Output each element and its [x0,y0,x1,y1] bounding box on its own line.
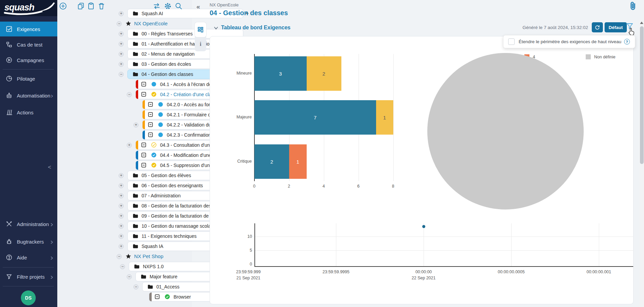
default-button[interactable]: Défaut [605,22,627,32]
tree-expander-plus-icon[interactable]: + [119,31,124,36]
chevron-right-icon [50,222,54,226]
tree-expander-plus-icon[interactable]: + [119,193,124,198]
avatar[interactable]: DS [21,290,36,305]
sidebar-item-exigences[interactable]: Exigences [0,22,57,36]
bar-segment[interactable]: 1 [289,144,307,179]
sidebar-item-cas-de-test[interactable]: Cas de test [0,37,57,52]
transfer-icon[interactable] [153,2,161,10]
tree-expander-plus-icon[interactable]: + [119,203,124,208]
tree-folder-label[interactable]: 06 - Gestion des enseignants [142,180,203,191]
tree-expander-plus-icon[interactable]: + [119,11,124,16]
tree-expander-plus-icon[interactable]: + [119,234,124,239]
high-level-scope-checkbox[interactable] [508,38,515,45]
sidebar-item-filtre-projets[interactable]: Filtre projets [0,269,57,284]
bar-segment[interactable]: 2 [254,144,289,179]
help-icon[interactable]: ? [624,39,630,45]
tree-expander-minus-icon[interactable]: − [120,264,125,269]
tree-expander-plus-icon[interactable]: + [127,143,132,148]
sidebar-item-automatisation[interactable]: Automatisation [0,88,57,103]
tree-folder-label[interactable]: 05 - Gestion des élèves [142,170,191,180]
tree-expander-plus-icon[interactable]: + [133,122,139,128]
sidebar-item-campagnes[interactable]: Campagnes [0,53,57,67]
delete-icon[interactable] [97,2,105,10]
tree-expander-minus-icon[interactable]: − [117,254,122,259]
tree-project-label[interactable]: NX OpenEcole [134,19,167,29]
collapse-square-icon[interactable] [141,162,147,168]
bar-segment[interactable]: 7 [254,100,376,135]
tree-folder-label[interactable]: 04 - Gestion des classes [142,69,193,79]
tree-folder-label[interactable]: 01_Access [156,282,179,292]
sidebar-item-actions[interactable]: Actions [0,105,57,120]
tree-folder-label[interactable]: 03 - Gestion des écoles [142,59,191,69]
tree-folder-label[interactable]: NXPS 1.0 [143,261,163,272]
refresh-button[interactable] [592,22,603,32]
collapse-square-icon[interactable] [141,142,147,148]
bar-segment[interactable]: 2 [307,56,341,91]
tree-expander-minus-icon[interactable]: − [127,274,132,279]
tree-expander-plus-icon[interactable]: + [119,224,124,229]
scatter-data-point[interactable] [422,225,425,228]
pie-slice-non-definie[interactable] [427,53,584,210]
tree-folder-label[interactable]: 02 - Menus de navigation [142,49,194,59]
sidebar-collapse-icon[interactable]: < [48,164,51,171]
sidebar-item-bugtrackers[interactable]: Bugtrackers [0,234,57,249]
status-icon-circle-blue [158,102,163,107]
collapse-square-icon[interactable] [154,294,160,300]
add-icon[interactable] [59,2,67,10]
tab-dashboard[interactable] [195,22,206,37]
folder-icon [132,193,139,199]
testcase-icon [6,41,12,48]
panel-collapse-icon[interactable]: « [196,3,200,10]
tree-expander-plus-icon[interactable]: + [119,62,124,67]
collapse-square-icon[interactable] [148,132,153,138]
gear-icon[interactable] [164,2,172,10]
folder-icon [132,172,139,178]
tree-project-label[interactable]: NX Pet Shop [134,251,163,261]
tree-expander-plus-icon[interactable]: + [119,183,124,188]
tree-folder-label[interactable]: Squash IA [142,241,163,251]
attachment-icon[interactable] [629,1,637,11]
sidebar-item-pilotage[interactable]: Pilotage [0,71,57,86]
tree-folder-label[interactable]: 07 - Administration [142,191,181,201]
tree-expander-minus-icon[interactable]: − [133,284,139,289]
chevron-down-icon[interactable] [214,26,218,30]
popup-label: Étendre le périmètre des exigences de ha… [519,39,621,44]
tab-info[interactable]: i [195,38,206,51]
squash-logo[interactable]: squash [0,0,57,16]
tree-expander-minus-icon[interactable]: − [117,21,122,26]
collapse-square-icon[interactable] [148,102,153,107]
tree-folder-label[interactable]: 00 - Règles Transverses [142,29,193,39]
tree-expander-minus-icon[interactable]: − [119,72,124,77]
sidebar-item-administration[interactable]: Administration [0,217,57,231]
tree-folder-label[interactable]: Major feature [150,272,177,282]
copy-icon[interactable] [77,2,85,10]
status-icon-check-yellow-outline [151,142,157,148]
scatter-gridline-v [511,223,512,267]
tree-expander-plus-icon[interactable]: + [119,173,124,178]
tree-folder-label[interactable]: 11 - Exigences techniques [142,231,196,241]
search-icon[interactable] [175,2,183,10]
tree-expander-plus-icon[interactable]: + [119,244,124,249]
collapse-square-icon[interactable] [141,152,147,158]
collapse-square-icon[interactable] [141,81,147,87]
tree-expander-minus-icon[interactable]: − [127,92,132,97]
tree-expander-plus-icon[interactable]: + [119,41,124,47]
sidebar-item-aide[interactable]: Aide [0,250,57,265]
breadcrumb[interactable]: NX OpenEcole [210,2,239,7]
tree-requirement-label[interactable]: Browser [174,292,191,302]
tree-folder-label[interactable]: 10 - Gestion du ramassage scolaire [142,221,216,231]
tree-expander-plus-icon[interactable]: + [119,214,124,219]
main-scrollbar[interactable] [640,26,644,164]
collapse-square-icon[interactable] [148,122,153,128]
scatter-y-tick: 5 [243,248,252,253]
tree-row[interactable]: −NX OpenEcole [57,19,249,29]
bar-segment[interactable]: 1 [376,100,394,135]
collapse-square-icon[interactable] [141,91,147,97]
tree-expander-plus-icon[interactable]: + [119,52,124,57]
folder-icon [132,203,139,209]
bar-segment[interactable]: 3 [254,56,307,91]
paste-icon[interactable] [87,2,95,10]
collapse-square-icon[interactable] [148,112,153,117]
dashboard-section-title[interactable]: Tableau de bord Exigences [221,25,290,31]
main-scroll-up-icon[interactable] [640,22,643,24]
